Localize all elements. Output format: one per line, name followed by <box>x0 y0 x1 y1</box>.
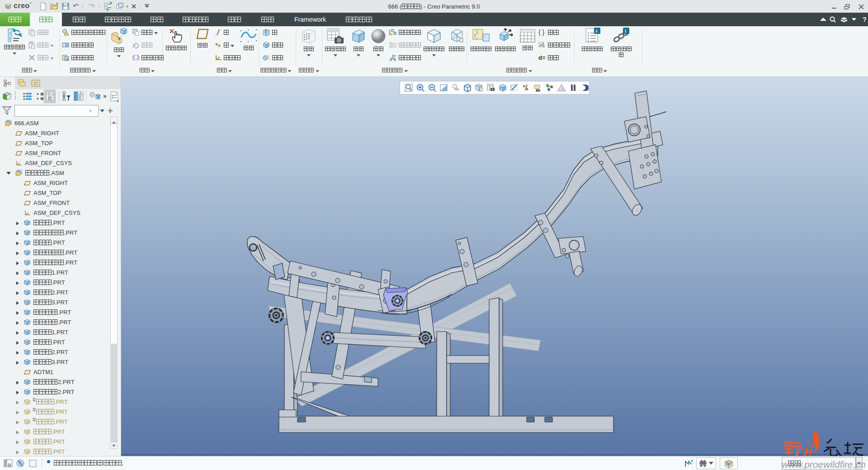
svg-text:?: ? <box>863 16 866 23</box>
svg-text:i: i <box>625 28 626 33</box>
svg-text:{ }: { } <box>538 28 545 36</box>
svg-text:i: i <box>596 28 597 33</box>
svg-text:d=: d= <box>538 54 546 61</box>
svg-text:yx: yx <box>393 54 396 57</box>
